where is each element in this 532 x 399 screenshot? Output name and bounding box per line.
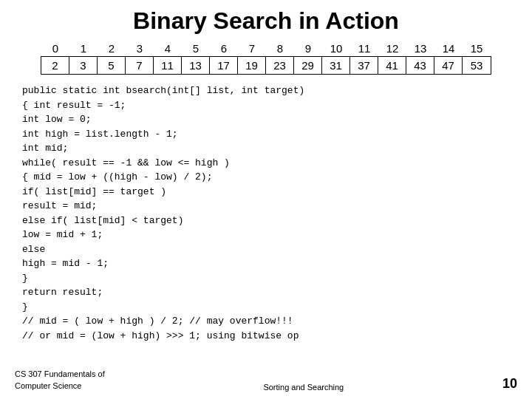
code-line: low = mid + 1;	[22, 228, 517, 242]
index-cell: 0	[41, 42, 69, 55]
value-cell: 13	[182, 57, 210, 74]
index-cell: 10	[322, 42, 350, 55]
code-block: public static int bsearch(int[] list, in…	[22, 83, 517, 364]
index-cell: 15	[463, 42, 491, 55]
code-line: int mid;	[22, 141, 517, 156]
value-cell: 5	[98, 57, 126, 74]
code-line: result = mid;	[22, 199, 517, 214]
index-row: 0123456789101112131415	[15, 42, 517, 55]
value-cell: 53	[463, 57, 491, 74]
index-cell: 12	[378, 42, 406, 55]
index-cell: 8	[266, 42, 294, 55]
value-row: 2357111317192329313741434753	[41, 56, 491, 75]
footer-center: Sorting and Searching	[105, 383, 502, 392]
index-cell: 2	[98, 42, 126, 55]
value-cell: 41	[378, 57, 406, 74]
code-line: // or mid = (low + high) >>> 1; using bi…	[22, 329, 517, 344]
value-cell: 31	[322, 57, 350, 74]
code-line: }	[22, 271, 517, 286]
index-cell: 7	[238, 42, 266, 55]
index-cell: 13	[406, 42, 434, 55]
value-cell: 19	[238, 57, 266, 74]
footer-left-line2: Computer Science	[15, 381, 82, 390]
code-line: while( result == -1 && low <= high )	[22, 156, 517, 171]
index-cell: 5	[182, 42, 210, 55]
page-title: Binary Search in Action	[15, 7, 517, 35]
code-line: else	[22, 242, 517, 257]
index-cell: 14	[434, 42, 463, 55]
code-line: int low = 0;	[22, 112, 517, 127]
index-cell: 6	[210, 42, 238, 55]
code-line: { mid = low + ((high - low) / 2);	[22, 170, 517, 185]
code-line: public static int bsearch(int[] list, in…	[22, 83, 517, 98]
footer-left: CS 307 Fundamentals of Computer Science	[15, 369, 105, 392]
code-line: }	[22, 300, 517, 315]
code-line: { int result = -1;	[22, 98, 517, 113]
value-cell: 7	[126, 57, 154, 74]
value-cell: 23	[266, 57, 294, 74]
value-cell: 43	[406, 57, 434, 74]
value-cell: 29	[294, 57, 322, 74]
code-line: if( list[mid] == target )	[22, 185, 517, 200]
page: Binary Search in Action 0123456789101112…	[0, 0, 532, 399]
value-cell: 17	[210, 57, 238, 74]
footer: CS 307 Fundamentals of Computer Science …	[15, 364, 517, 392]
value-cell: 37	[350, 57, 378, 74]
value-cell: 47	[434, 57, 463, 74]
code-line: high = mid - 1;	[22, 256, 517, 271]
code-line: return result;	[22, 285, 517, 300]
value-cell: 2	[41, 57, 69, 74]
code-line: int high = list.length - 1;	[22, 127, 517, 142]
value-cell: 11	[154, 57, 182, 74]
index-cell: 4	[154, 42, 182, 55]
code-line: else if( list[mid] < target)	[22, 214, 517, 228]
index-cell: 11	[350, 42, 378, 55]
index-cell: 9	[294, 42, 322, 55]
value-cell: 3	[69, 57, 98, 74]
index-cell: 1	[69, 42, 98, 55]
code-line: // mid = ( low + high ) / 2; // may over…	[22, 314, 517, 329]
index-cell: 3	[126, 42, 154, 55]
footer-right: 10	[502, 376, 517, 392]
footer-left-line1: CS 307 Fundamentals of	[15, 369, 105, 378]
